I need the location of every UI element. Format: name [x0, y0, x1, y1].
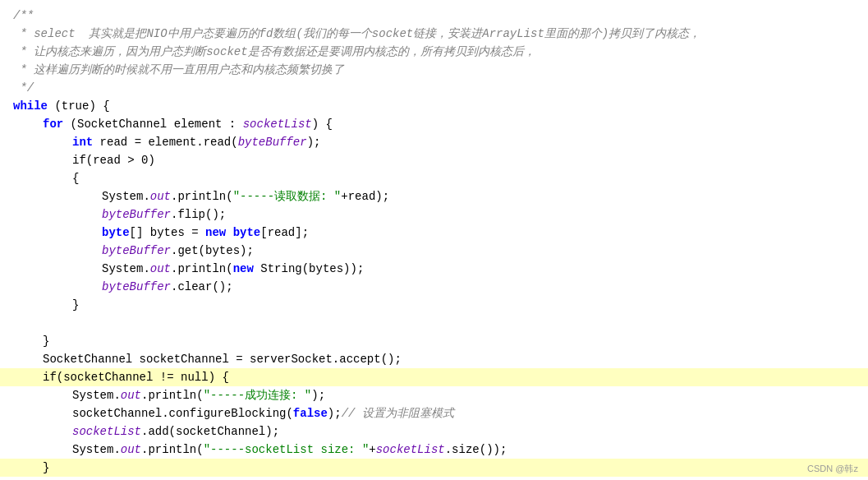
code-line-while: while (true) { [0, 97, 868, 115]
code-text: } [72, 296, 79, 314]
code-line-for-close: } [0, 332, 868, 350]
comment-text: * 这样遍历判断的时候就不用一直用用户态和内核态频繁切换了 [13, 61, 344, 79]
code-italic-out: out [150, 260, 171, 278]
comment-text: * 让内核态来遍历，因为用户态判断socket是否有数据还是要调用内核态的，所有… [13, 43, 535, 61]
code-text: .clear(); [171, 278, 233, 296]
comment-text: * select 其实就是把NIO中用户态要遍历的fd数组(我们的每一个sock… [13, 25, 700, 43]
code-text: + [369, 441, 375, 459]
code-line-if-socketchannel: if(socketChannel != null) { [0, 368, 868, 386]
keyword-byte2: byte [233, 224, 261, 242]
code-line-get-bytes: byteBuffer.get(bytes); [0, 242, 868, 260]
code-container: /** * select 其实就是把NIO中用户态要遍历的fd数组(我们的每一个… [0, 0, 868, 480]
code-italic: out [150, 187, 171, 205]
code-italic: byteBuffer [102, 242, 171, 260]
keyword-int: int [72, 133, 93, 151]
code-line-comment-5: */ [0, 79, 868, 97]
comment-text: */ [13, 79, 34, 97]
code-text: ( [63, 115, 77, 133]
code-italic-out3: out [121, 441, 141, 459]
code-line-blank [0, 314, 868, 332]
code-text: } [43, 459, 49, 477]
code-line-comment-2: * select 其实就是把NIO中用户态要遍历的fd数组(我们的每一个sock… [0, 25, 868, 43]
code-line-socketchannel: SocketChannel socketChannel = serverSock… [0, 350, 868, 368]
comment-text: /** [13, 7, 34, 25]
code-text: .get(bytes); [171, 242, 254, 260]
code-text: (true) { [48, 97, 110, 115]
code-text: ); [307, 133, 321, 151]
string-text: "-----读取数据: " [233, 187, 342, 205]
code-line-println-size: System.out.println("-----socketList size… [0, 441, 868, 459]
code-text [13, 314, 20, 332]
keyword-for: for [43, 115, 63, 133]
code-italic-list: socketList [72, 422, 141, 441]
code-text: .println( [171, 260, 233, 278]
code-text: System. [72, 386, 121, 404]
code-text: ); [311, 386, 325, 404]
code-text: .println( [141, 441, 204, 459]
code-text: [read]; [260, 224, 309, 242]
code-italic-out2: out [121, 386, 141, 404]
code-text [226, 224, 232, 242]
code-line-while-close: } [0, 477, 868, 480]
code-text: +read); [341, 187, 389, 205]
code-text: System. [72, 441, 121, 459]
code-line-add: socketList.add(socketChannel); [0, 422, 868, 441]
string-connect: "-----成功连接: " [204, 386, 312, 404]
code-line-byte-arr: byte[] bytes = new byte[read]; [0, 224, 868, 242]
code-line-clear: byteBuffer.clear(); [0, 278, 868, 296]
code-line-comment-3: * 让内核态来遍历，因为用户态判断socket是否有数据还是要调用内核态的，所有… [0, 43, 868, 61]
code-text: ) { [312, 115, 333, 133]
code-text: [] bytes = [130, 224, 205, 242]
keyword-new: new [205, 224, 226, 242]
code-italic: byteBuffer [238, 133, 307, 151]
code-italic: socketList [243, 115, 312, 133]
code-text: String(bytes)); [254, 260, 364, 278]
code-text: .println( [171, 187, 233, 205]
keyword-while: while [13, 97, 48, 115]
code-italic-list2: socketList [376, 441, 445, 459]
code-text: read = element.read( [93, 133, 237, 151]
code-line-configure: socketChannel.configureBlocking(false);/… [0, 404, 868, 422]
code-text: .flip(); [171, 205, 226, 224]
code-text: SocketChannel socketChannel = serverSock… [43, 350, 402, 368]
code-line-int-read: int read = element.read(byteBuffer); [0, 133, 868, 151]
keyword-false: false [293, 404, 328, 422]
code-text: { [72, 169, 79, 187]
comment-inline: // 设置为非阻塞模式 [342, 404, 454, 422]
code-text: if(socketChannel != null) { [43, 368, 229, 386]
code-text: } [43, 332, 49, 350]
code-line-brace-open: { [0, 169, 868, 187]
code-text: socketChannel.configureBlocking( [72, 404, 293, 422]
code-line-println-read: System.out.println("-----读取数据: "+read); [0, 187, 868, 205]
code-text: .println( [141, 386, 204, 404]
code-text: .size()); [445, 441, 507, 459]
code-line-println-string: System.out.println(new String(bytes)); [0, 260, 868, 278]
keyword-new2: new [233, 260, 254, 278]
code-line-if-read: if(read > 0) [0, 151, 868, 169]
code-text: System. [102, 187, 150, 205]
code-line-if-close: } [0, 459, 868, 477]
watermark-text: CSDN @韩z [807, 464, 858, 473]
code-line-comment-4: * 这样遍历判断的时候就不用一直用用户态和内核态频繁切换了 [0, 61, 868, 79]
code-line-brace-close-inner: } [0, 296, 868, 314]
code-italic: byteBuffer [102, 278, 171, 296]
code-text: } [13, 477, 20, 480]
keyword-byte: byte [102, 224, 130, 242]
code-text: SocketChannel element : [77, 115, 243, 133]
string-size: "-----socketList size: " [204, 441, 370, 459]
code-line-flip: byteBuffer.flip(); [0, 205, 868, 224]
code-line-println-connect: System.out.println("-----成功连接: "); [0, 386, 868, 404]
code-italic: byteBuffer [102, 205, 171, 224]
code-line-for: for (SocketChannel element : socketList)… [0, 115, 868, 133]
code-text: .add(socketChannel); [141, 422, 279, 441]
code-text: if(read > 0) [72, 151, 155, 169]
code-text: ); [328, 404, 342, 422]
watermark: CSDN @韩z [807, 463, 858, 475]
code-text: System. [102, 260, 150, 278]
code-line-comment-1: /** [0, 7, 868, 25]
